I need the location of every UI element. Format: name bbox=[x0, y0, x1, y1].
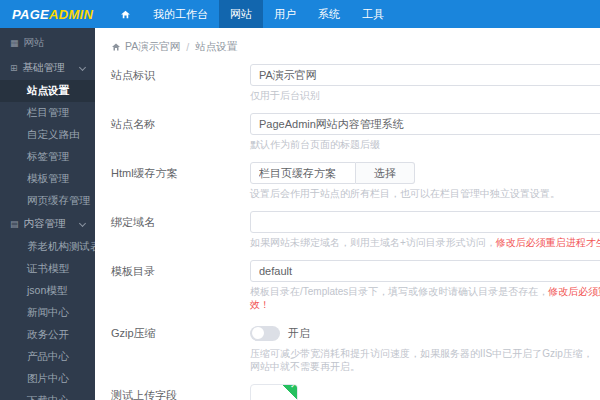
sidebar-group-1[interactable]: ⊞基础管理 bbox=[0, 56, 95, 80]
sidebar-item-2-4[interactable]: 新闻中心 bbox=[0, 302, 95, 324]
sidebar-item-2-2[interactable]: 证书模型 bbox=[0, 258, 95, 280]
nav-item-2[interactable]: 网站 bbox=[219, 0, 263, 28]
breadcrumb-separator: / bbox=[184, 41, 191, 53]
sidebar-item-2-1[interactable]: 养老机构测试表 bbox=[0, 236, 95, 258]
site-flag-input[interactable] bbox=[250, 64, 600, 86]
template-dir-help: 模板目录在/Templates目录下，填写或修改时请确认目录是否存在，修改后必须… bbox=[250, 285, 600, 311]
form-row-bind-domain: 绑定域名 如果网站未绑定域名，则用主域名+访问目录形式访问，修改后必须重启进程才… bbox=[111, 211, 600, 254]
gzip-label: Gzip压缩 bbox=[111, 322, 250, 344]
home-nav-button[interactable] bbox=[109, 0, 142, 28]
form-row-site-flag: 站点标识 仅用于后台识别 bbox=[111, 64, 600, 107]
menu-icon: ▦ bbox=[10, 39, 19, 48]
chevron-down-icon bbox=[79, 219, 86, 226]
site-flag-help: 仅用于后台识别 bbox=[250, 89, 600, 102]
home-icon-breadcrumb bbox=[111, 43, 121, 52]
sidebar-item-1-1[interactable]: 站点设置 bbox=[0, 80, 95, 102]
chevron-down-icon bbox=[79, 63, 86, 70]
gzip-toggle[interactable] bbox=[250, 326, 280, 341]
sidebar-item-1-3[interactable]: 自定义路由 bbox=[0, 124, 95, 146]
sidebar-item-2-6[interactable]: 产品中心 bbox=[0, 346, 95, 368]
sidebar-item-2-8[interactable]: 下载中心 bbox=[0, 390, 95, 400]
form-row-template-dir: 模板目录 模板目录在/Templates目录下，填写或修改时请确认目录是否存在，… bbox=[111, 260, 600, 316]
gzip-toggle-label: 开启 bbox=[288, 326, 310, 341]
form-row-gzip: Gzip压缩 开启 压缩可减少带宽消耗和提升访问速度，如果服务器的IIS中已开启… bbox=[111, 322, 600, 378]
document-icon: ▤ bbox=[10, 220, 19, 229]
breadcrumb: PA演示官网 / 站点设置 bbox=[111, 40, 600, 54]
bind-domain-help-text: 如果网站未绑定域名，则用主域名+访问目录形式访问， bbox=[250, 237, 496, 248]
form-row-site-name: 站点名称 默认作为前台页面的标题后缀 bbox=[111, 113, 600, 156]
bind-domain-input[interactable] bbox=[250, 211, 600, 233]
nav-item-1[interactable]: 我的工作台 bbox=[142, 0, 219, 28]
sidebar-item-1-6[interactable]: 网页缓存管理 bbox=[0, 190, 95, 212]
logo-upload-thumbnail[interactable]: LOGO 网站建设专业品牌 ✓ bbox=[250, 384, 298, 400]
breadcrumb-root[interactable]: PA演示官网 bbox=[125, 40, 180, 54]
nav-item-5[interactable]: 工具 bbox=[351, 0, 395, 28]
sidebar-section-title: ▦ 网站 bbox=[0, 28, 95, 56]
nav-item-4[interactable]: 系统 bbox=[307, 0, 351, 28]
sidebar-item-1-5[interactable]: 模板管理 bbox=[0, 168, 95, 190]
sidebar: ▦ 网站 ⊞基础管理站点设置栏目管理自定义路由标签管理模板管理网页缓存管理▤内容… bbox=[0, 28, 95, 400]
test-upload-label: 测试上传字段 bbox=[111, 384, 250, 400]
sidebar-item-2-7[interactable]: 图片中心 bbox=[0, 368, 95, 390]
template-dir-input[interactable] bbox=[250, 260, 600, 282]
home-icon bbox=[120, 9, 131, 20]
sidebar-item-2-3[interactable]: json模型 bbox=[0, 280, 95, 302]
nav-item-3[interactable]: 用户 bbox=[263, 0, 307, 28]
pageadmin-logo: PAGEADMIN bbox=[0, 0, 95, 28]
toggle-knob-icon bbox=[252, 327, 264, 339]
site-name-input[interactable] bbox=[250, 113, 600, 135]
sidebar-item-1-4[interactable]: 标签管理 bbox=[0, 146, 95, 168]
breadcrumb-current: 站点设置 bbox=[195, 40, 237, 54]
top-navbar: PAGEADMIN 我的工作台网站用户系统工具 bbox=[0, 0, 600, 28]
html-cache-input[interactable] bbox=[250, 162, 356, 184]
form-row-test-upload: 测试上传字段 LOGO 网站建设专业品牌 ✓ bbox=[111, 384, 600, 400]
html-cache-label: Html缓存方案 bbox=[111, 162, 250, 184]
site-name-help: 默认作为前台页面的标题后缀 bbox=[250, 138, 600, 151]
bind-domain-label: 绑定域名 bbox=[111, 211, 250, 233]
main-content: PA演示官网 / 站点设置 站点标识 仅用于后台识别 站点名称 默认作为前台页面… bbox=[95, 28, 600, 400]
html-cache-help: 设置后会作用于站点的所有栏目，也可以在栏目管理中独立设置设置。 bbox=[250, 187, 600, 200]
check-badge-icon: ✓ bbox=[282, 385, 297, 400]
gzip-help: 压缩可减少带宽消耗和提升访问速度，如果服务器的IIS中已开启了Gzip压缩，网站… bbox=[250, 347, 600, 373]
choose-button[interactable]: 选择 bbox=[356, 162, 415, 184]
site-flag-label: 站点标识 bbox=[111, 64, 250, 86]
site-name-label: 站点名称 bbox=[111, 113, 250, 135]
sidebar-group-label: 内容管理 bbox=[24, 217, 66, 231]
sidebar-item-2-5[interactable]: 政务公开 bbox=[0, 324, 95, 346]
logo-text-admin: ADMIN bbox=[49, 7, 93, 22]
grid-icon: ⊞ bbox=[10, 64, 18, 73]
template-dir-help-text: 模板目录在/Templates目录下，填写或修改时请确认目录是否存在， bbox=[250, 286, 548, 297]
logo-text-page: PAGE bbox=[12, 7, 49, 22]
sidebar-item-1-2[interactable]: 栏目管理 bbox=[0, 102, 95, 124]
bind-domain-help: 如果网站未绑定域名，则用主域名+访问目录形式访问，修改后必须重启进程才生效！ bbox=[250, 236, 600, 249]
sidebar-section-label: 网站 bbox=[24, 36, 45, 50]
bind-domain-help-warning: 修改后必须重启进程才生效！ bbox=[496, 237, 600, 248]
sidebar-group-2[interactable]: ▤内容管理 bbox=[0, 212, 95, 236]
form-row-html-cache: Html缓存方案 选择 设置后会作用于站点的所有栏目，也可以在栏目管理中独立设置… bbox=[111, 162, 600, 205]
sidebar-group-label: 基础管理 bbox=[23, 61, 65, 75]
template-dir-label: 模板目录 bbox=[111, 260, 250, 282]
sidebar-menu: ⊞基础管理站点设置栏目管理自定义路由标签管理模板管理网页缓存管理▤内容管理养老机… bbox=[0, 56, 95, 400]
navbar-menu: 我的工作台网站用户系统工具 bbox=[109, 0, 395, 28]
